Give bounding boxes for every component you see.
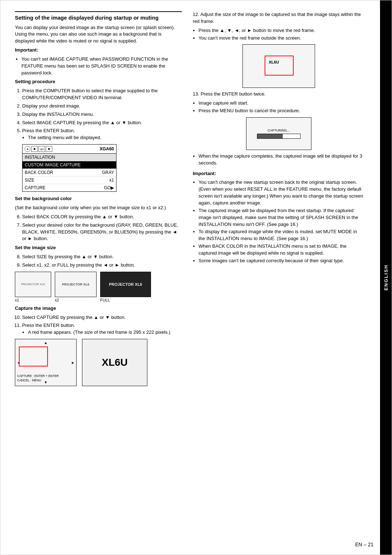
- size-step-8: Select SIZE by pressing the ▲ or ▼ butto…: [22, 254, 182, 260]
- preview-box-full: PROJECTOR XL6: [100, 272, 151, 297]
- bg-step-6: Select BACK COLOR by pressing the ▲ or ▼…: [22, 214, 182, 220]
- capture-frame-section: ▲ ◄ ► CAPTURE : ENTER + ENTERCANCEL : ME…: [15, 339, 182, 386]
- size-steps-list: Select SIZE by pressing the ▲ or ▼ butto…: [22, 254, 182, 269]
- projector-label-full: PROJECTOR XL6: [109, 282, 142, 287]
- english-sidebar: ENGLISH: [380, 0, 392, 555]
- step-1: Press the COMPUTER button to select the …: [22, 88, 182, 101]
- menu-icon-opt: opt: [38, 146, 45, 152]
- preview-label-x1: x1: [15, 298, 19, 302]
- menu-icons: ● ■ opt ■: [25, 146, 52, 152]
- step13-list: Image capture will start. Press the MENU…: [199, 100, 364, 114]
- capture-step-11: Press the ENTER button. A red frame appe…: [22, 322, 182, 336]
- capture-label: Capture the image: [15, 305, 182, 312]
- important2-item-2: The captured image will be displayed fro…: [199, 207, 364, 228]
- progress-bar-container: CAPTURING...: [257, 129, 301, 139]
- progress-bar-inner: [257, 134, 283, 138]
- step-5-sub-item: The setting menu will be displayed.: [28, 134, 182, 141]
- step-5: Press the ENTER button. The setting menu…: [22, 127, 182, 141]
- important2-item-4: When BACK COLOR in the INSTALLATION menu…: [199, 243, 364, 257]
- bg-step-7: Select your desired color for the backgr…: [22, 222, 182, 243]
- step-5-sub: The setting menu will be displayed.: [28, 134, 182, 141]
- intro-text: You can display your desired image as th…: [15, 24, 182, 45]
- step12-bullet-2: You can't move the red frame outside the…: [199, 35, 364, 42]
- page-number: EN – 21: [355, 542, 373, 547]
- important-item: You can't set IMAGE CAPTURE when PASSWOR…: [21, 56, 182, 77]
- arrow-right-icon: ►: [71, 361, 75, 365]
- menu-row-back-color: BACK COLOR GRAY: [23, 169, 116, 177]
- step-3: Display the INSTALLATION menu.: [22, 111, 182, 118]
- important2-item-3: To display the captured image while the …: [199, 228, 364, 242]
- step12-text: 12. Adjust the size of the image to be c…: [193, 11, 364, 25]
- preview-box-x2: PROJECTOR XL6: [55, 272, 97, 297]
- step12-list: Press the ▲, ▼, ◄, or ► button to move t…: [199, 27, 364, 42]
- two-column-layout: Setting of the image displayed during st…: [15, 11, 364, 389]
- bg-steps-list: Select BACK COLOR by pressing the ▲ or ▼…: [22, 214, 182, 242]
- projector-label-x1: PROJECTOR XL6: [21, 283, 45, 286]
- right-xl6u-inner: XL6U: [269, 60, 279, 64]
- xl6u-preview-box: XL6U: [82, 339, 147, 386]
- step13-bullet-1: Image capture will start.: [199, 100, 364, 107]
- step13-bullet-2: Press the MENU button to cancel the proc…: [199, 108, 364, 114]
- important2-item-5: Some images can't be captured correctly …: [199, 258, 364, 264]
- important-list: You can't set IMAGE CAPTURE when PASSWOR…: [21, 56, 182, 77]
- important2-item-1: You can't change the new startup screen …: [199, 179, 364, 206]
- step12-bullet-1: Press the ▲, ▼, ◄, or ► button to move t…: [199, 27, 364, 34]
- menu-row-size: SIZE x1: [23, 177, 116, 184]
- size-label: Set the image size: [15, 244, 182, 251]
- arrow-down-icon: ▼: [44, 380, 48, 384]
- setting-procedure-label: Setting procedure: [15, 78, 182, 85]
- menu-row-installation: INSTALLATION: [23, 154, 116, 161]
- page: ENGLISH Setting of the image displayed d…: [0, 0, 392, 555]
- preview-label-x2: x2: [55, 298, 59, 302]
- preview-label-full: FULL: [100, 298, 110, 302]
- capture-step-11-sub: A red frame appears. (The size of the re…: [28, 329, 182, 336]
- menu-header-row: ● ■ opt ■ XGA60: [23, 145, 116, 154]
- step13-note-list: When the image capture completes, the ca…: [199, 153, 364, 167]
- xga-label: XGA60: [100, 146, 114, 151]
- preview-x2: PROJECTOR XL6 x2: [55, 272, 97, 302]
- menu-mockup: ● ■ opt ■ XGA60 INSTALLATION CUSTOM IMAG…: [22, 144, 117, 192]
- left-column: Setting of the image displayed during st…: [15, 11, 182, 389]
- progress-bar-outer: [257, 134, 301, 139]
- step-4: Select IMAGE CAPTURE by pressing the ▲ o…: [22, 119, 182, 126]
- bg-color-label: Set the background color: [15, 195, 182, 202]
- bg-color-note: (Set the background color only when you …: [15, 204, 182, 211]
- menu-row-custom-image: CUSTOM IMAGE CAPTURE: [23, 161, 116, 169]
- step13-note: When the image capture completes, the ca…: [199, 153, 364, 167]
- preview-full: PROJECTOR XL6 FULL: [100, 272, 151, 302]
- size-preview-row: PROJECTOR XL6 x1 PROJECTOR XL6 x2 PROJEC…: [15, 272, 182, 302]
- capture-progress-box: CAPTURING...: [246, 117, 311, 150]
- menu-icon-box2: ■: [46, 146, 52, 152]
- preview-box-x1: PROJECTOR XL6: [15, 272, 51, 297]
- menu-icon-box1: ■: [31, 146, 38, 152]
- important2-label: Important:: [193, 170, 364, 177]
- red-frame: [19, 347, 48, 366]
- important-label: Important:: [15, 47, 182, 54]
- step13-text: 13. Press the ENTER button twice.: [193, 91, 364, 98]
- projector-label-x2: PROJECTOR XL6: [62, 283, 89, 286]
- capture-instructions: CAPTURE : ENTER + ENTERCANCEL : MENU: [17, 374, 59, 383]
- arrow-up-icon: ▲: [44, 341, 48, 345]
- preview-x1: PROJECTOR XL6 x1: [15, 272, 51, 302]
- right-red-frame: XL6U: [265, 56, 294, 76]
- right-column: 12. Adjust the size of the image to be c…: [193, 11, 364, 389]
- section-title: Setting of the image displayed during st…: [15, 11, 182, 21]
- capture-steps-list: Select CAPTURE by pressing the ▲ or ▼ bu…: [22, 314, 182, 336]
- capture-box: ▲ ◄ ► CAPTURE : ENTER + ENTERCANCEL : ME…: [15, 339, 77, 386]
- capturing-label: CAPTURING...: [257, 129, 301, 132]
- menu-icon-home: ●: [25, 146, 30, 152]
- menu-row-capture: CAPTURE GO▶: [23, 184, 116, 191]
- capture-step-10: Select CAPTURE by pressing the ▲ or ▼ bu…: [22, 314, 182, 321]
- size-step-9: Select x1, x2, or FULL by pressing the ◄…: [22, 262, 182, 269]
- capture-step-11-sub-item: A red frame appears. (The size of the re…: [28, 329, 182, 336]
- setting-steps-list: Press the COMPUTER button to select the …: [22, 88, 182, 141]
- xl6u-label: XL6U: [102, 357, 128, 368]
- important2-list: You can't change the new startup screen …: [199, 179, 364, 264]
- english-label: ENGLISH: [383, 264, 389, 291]
- step-2: Display your desired image.: [22, 103, 182, 110]
- right-preview-box: XL6U: [242, 44, 315, 88]
